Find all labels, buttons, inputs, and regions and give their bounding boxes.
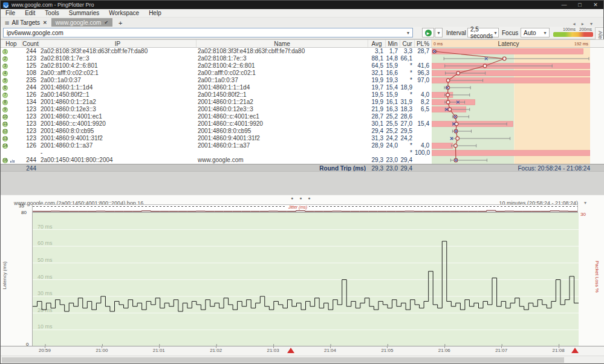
hop-cell: 2 [1,55,22,62]
latency-axis-label: Latency (ms) [2,258,7,294]
col-header-hop[interactable]: Hop [1,40,22,47]
start-trace-button[interactable]: ▶ [422,28,434,37]
table-row[interactable]: -*100,0 [1,149,432,157]
svg-text:10 ms: 10 ms [37,323,53,330]
x-axis-label: 21:02 [210,348,222,353]
scale-gradient-bar [553,32,593,37]
cur-cell: 3,3 [400,48,415,55]
ip-cell: 2001:4860:0:12e3::3 [39,106,196,113]
table-row[interactable]: 31252a02:8100:4:2::6:8012a02:8100:4:2::6… [1,62,432,70]
svg-text:60 ms: 60 ms [37,240,53,246]
pl-cell [415,113,432,120]
min-cell: 1,7 [386,48,400,55]
tab-scroll-arrows[interactable]: ◂ ▸ ▾ [573,21,596,27]
avg-cell [368,149,386,157]
jitter-label: Jitter (ms) [287,205,309,209]
table-row[interactable]: 91232001:4860:0:12e3::32001:4860:0:12e3:… [1,106,432,113]
table-row[interactable]: 121232001:4860:8:0:cb952001:4860:8:0:cb9… [1,128,432,135]
min-cell: 14,8 [386,55,400,62]
avg-cell: 19,7 [368,84,386,91]
name-cell: 2001:4860::c:4001:9920 [196,120,368,128]
col-header-cur[interactable]: Cur [400,40,415,47]
interval-select[interactable]: 2,5 seconds ▾ [467,28,499,37]
close-tab-icon[interactable]: ✕ [43,20,47,25]
new-tab-button[interactable]: + [116,19,125,27]
hop-cell: 13 [1,135,22,142]
hop-number-badge: 14 [2,143,8,149]
table-row[interactable]: 162442a00:1450:4001:800::2004www.google.… [1,157,432,164]
app-icon [3,2,8,8]
table-row[interactable]: 21232a02:8108:1:7e::32a02:8108:1:7e::388… [1,55,432,62]
minimize-button[interactable]: — [556,2,572,8]
avg-cell: 19,9 [368,99,386,106]
table-row[interactable]: 52352a00::1a0:0:372a00::1a0:0:3719,919,3… [1,77,432,84]
menu-file[interactable]: File [1,10,20,16]
pane-splitter-area[interactable] [1,171,604,195]
cur-cell: 18,3 [400,106,415,113]
tab-active-label: www.google.com [56,19,102,26]
target-input[interactable] [4,30,404,36]
tab-all-targets[interactable]: ▦ All Targets ✕ [1,18,51,27]
avg-cell: 3,1 [368,48,386,55]
latency-scale-title: Latency [498,41,519,47]
hop-number-badge: 16 [2,158,8,163]
col-header-ip[interactable]: IP [39,40,196,47]
close-button[interactable]: ✕ [588,2,603,8]
maximize-button[interactable]: □ [572,2,588,8]
target-combobox: ▾ [3,28,413,37]
count-cell: 125 [22,62,39,70]
start-options-dropdown[interactable]: ▾ [435,28,443,37]
menu-help[interactable]: Help [144,10,166,16]
hop-number-badge: 12 [2,129,8,134]
tab-www-google-com[interactable]: www.google.com ✔ [51,18,112,27]
col-header-avg[interactable]: Avg [368,40,386,47]
table-row[interactable]: 111232001:4860::c:4001:99202001:4860::c:… [1,120,432,128]
hop-cell [1,149,22,157]
table-row[interactable]: 141262001:4860:0:1::a372001:4860:0:1::a3… [1,142,432,149]
hop-grid: Hop Count IP Name Avg Min Cur PL% 0 ms L… [1,39,604,171]
menu-summaries[interactable]: Summaries [64,10,105,16]
splitter-handle[interactable]: ● ● ● [291,196,313,200]
col-header-count[interactable]: Count [22,40,39,47]
hop-cell: 10 [1,113,22,120]
table-row[interactable]: 131232001:4860:9:4001:31f22001:4860:9:40… [1,135,432,142]
col-header-min[interactable]: Min [386,40,400,47]
count-cell: 126 [22,142,39,149]
min-cell: 16,3 [386,106,400,113]
col-header-name[interactable]: Name [196,40,368,47]
table-row[interactable]: 101232001:4860::c:4001:ec12001:4860::c:4… [1,113,432,120]
table-row[interactable]: 71262a00:1450:80f2::12a00:1450:80f2::119… [1,91,432,99]
table-row[interactable]: 41082a00::afff:0:c02:c02:12a00::afff:0:c… [1,70,432,77]
timeline-range-dropdown-icon[interactable]: ▾ [584,200,586,206]
menu-workspace[interactable]: Workspace [104,10,144,16]
focus-select[interactable]: Auto ▾ [521,28,550,37]
table-row[interactable]: 12442a02:8108:3f3f:e418:d63f:cbff:fe7f:d… [1,48,432,55]
menu-tools[interactable]: Tools [40,10,63,16]
pl-cell: 96,3 [415,70,432,77]
min-cell: 25,2 [386,113,400,120]
timeline-plot[interactable]: 70 ms60 ms50 ms40 ms30 ms20 ms10 ms [32,212,578,346]
target-dropdown-icon[interactable]: ▾ [404,30,412,36]
tab-all-targets-label: All Targets [12,19,41,26]
name-cell: 2a02:8100:4:2::6:801 [196,62,368,70]
col-header-pl[interactable]: PL% [415,40,432,47]
avg-cell: 28,9 [368,142,386,149]
ip-cell: 2001:4860:1:1::1d4 [39,84,196,91]
horizontal-scrollbar[interactable] [1,356,604,363]
min-cell: 15,9 [386,91,400,99]
footer-count: 244 [1,165,39,172]
hop-cell: 8 [1,99,22,106]
focus-value: Auto [521,30,541,36]
menu-edit[interactable]: Edit [20,10,40,16]
count-cell: 126 [22,91,39,99]
table-row[interactable]: 62442001:4860:1:1::1d42001:4860:1:1::1d4… [1,84,432,91]
name-cell: 2001:4860:0:1::21a2 [196,99,368,106]
x-axis-label: 21:01 [153,348,165,353]
scrollbar-thumb[interactable] [2,357,564,363]
count-cell: 235 [22,77,39,84]
svg-text:50 ms: 50 ms [37,257,53,263]
count-cell: 244 [22,84,39,91]
ip-cell: 2a00:1450:4001:800::2004 [39,157,196,164]
min-cell: 15,4 [386,84,400,91]
table-row[interactable]: 81342001:4860:0:1::21a22001:4860:0:1::21… [1,99,432,106]
